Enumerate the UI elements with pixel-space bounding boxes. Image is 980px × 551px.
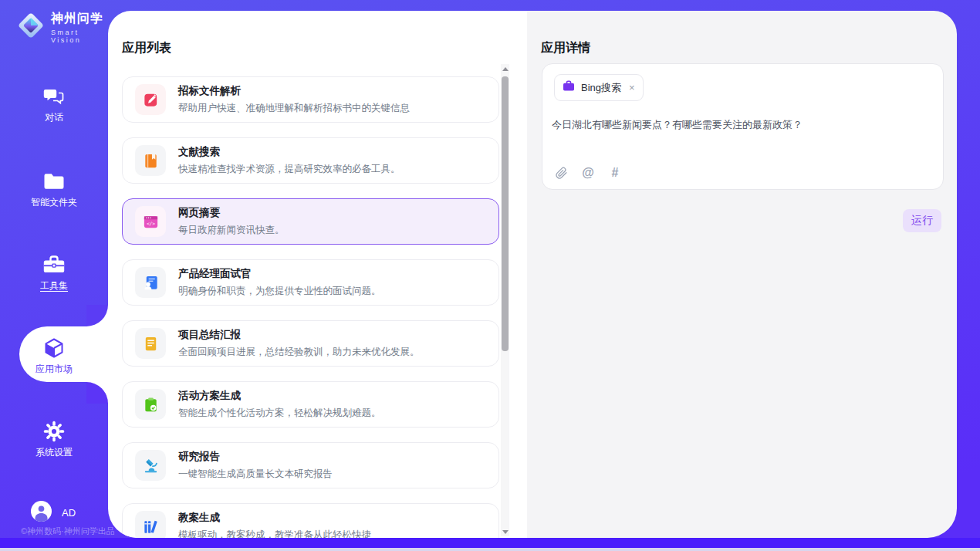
app-detail-title: 应用详情 [541, 40, 590, 56]
app-card-lesson-plan[interactable]: 教案生成 模板驱动，教案秒成，教学准备从此轻松快捷 [122, 503, 499, 538]
app-card-webpage-summary[interactable]: </> 网页摘要 每日政府新闻资讯快查。 [122, 198, 499, 245]
app-card-pm-interviewer[interactable]: 产品经理面试官 明确身份和职责，为您提供专业性的面试问题。 [122, 259, 499, 306]
app-name: 产品经理面试官 [178, 267, 381, 281]
tool-tag-label: Bing搜索 [581, 81, 621, 95]
app-name: 活动方案生成 [178, 389, 381, 403]
scroll-down-arrow-icon[interactable] [501, 527, 509, 536]
brand-subtitle: Smart Vision [51, 29, 108, 44]
app-description: 智能生成个性化活动方案，轻松解决规划难题。 [178, 407, 381, 420]
app-description: 明确身份和职责，为您提供专业性的面试问题。 [178, 285, 381, 298]
sidebar-item-label: 应用市场 [35, 363, 73, 376]
scrollbar-thumb[interactable] [502, 76, 509, 351]
app-description: 快速精准查找学术资源，提高研究效率的必备工具。 [178, 163, 400, 176]
brand-name: 神州问学 [51, 11, 108, 27]
run-button[interactable]: 运行 [903, 209, 941, 232]
sidebar-item-chat[interactable]: 对话 [0, 85, 108, 131]
edit-document-icon [135, 84, 166, 115]
user-name: AD [62, 507, 76, 519]
gear-icon [43, 420, 65, 443]
bottom-edge-line [0, 548, 980, 551]
close-icon[interactable]: × [629, 83, 635, 93]
interviewer-icon [135, 267, 166, 298]
app-card-event-plan[interactable]: 活动方案生成 智能生成个性化活动方案，轻松解决规划难题。 [122, 381, 499, 428]
app-name: 教案生成 [178, 511, 371, 525]
app-name: 网页摘要 [178, 206, 285, 220]
app-description: 帮助用户快速、准确地理解和解析招标书中的关键信息 [178, 102, 410, 115]
app-description: 全面回顾项目进展，总结经验教训，助力未来优化发展。 [178, 346, 420, 359]
sidebar-item-smart-folder[interactable]: 智能文件夹 [0, 170, 108, 216]
sidebar-item-label: 对话 [45, 111, 63, 124]
sidebar-item-label: 工具集 [40, 279, 68, 292]
avatar [31, 501, 52, 525]
diamond-logo-icon [15, 10, 46, 44]
scroll-up-arrow-icon[interactable] [501, 64, 509, 73]
app-description: 模板驱动，教案秒成，教学准备从此轻松快捷 [178, 529, 371, 538]
cube-icon [43, 336, 65, 360]
chat-icon [43, 85, 65, 108]
prompt-input-card[interactable]: Bing搜索 × 今日湖北有哪些新闻要点？有哪些需要关注的最新政策？ @ # [542, 63, 944, 190]
app-description: 每日政府新闻资讯快查。 [178, 224, 285, 237]
app-name: 研究报告 [178, 450, 333, 464]
report-document-icon [135, 328, 166, 359]
input-toolbar: @ # [553, 165, 623, 181]
app-card-project-summary[interactable]: 项目总结汇报 全面回顾项目进展，总结经验教训，助力未来优化发展。 [122, 320, 499, 367]
app-card-literature-search[interactable]: 文献搜索 快速精准查找学术资源，提高研究效率的必备工具。 [122, 137, 499, 184]
paperclip-icon[interactable] [553, 165, 569, 181]
sidebar-item-toolset[interactable]: 工具集 [0, 253, 108, 299]
svg-text:</>: </> [146, 220, 154, 225]
app-list: 招标文件解析 帮助用户快速、准确地理解和解析招标书中的关键信息 文献搜索 快速精… [122, 76, 499, 538]
brand-logo: 神州问学 Smart Vision [15, 10, 108, 44]
folder-icon [42, 170, 66, 193]
query-text[interactable]: 今日湖北有哪些新闻要点？有哪些需要关注的最新政策？ [552, 118, 934, 132]
sidebar-item-settings[interactable]: 系统设置 [0, 420, 108, 466]
toolbox-icon [42, 253, 66, 276]
app-list-title: 应用列表 [122, 40, 171, 56]
user-account[interactable]: AD [31, 501, 76, 525]
sidebar-item-app-market[interactable]: 应用市场 [0, 336, 108, 383]
copyright-text: ©神州数码·神州问学出品 [21, 526, 115, 537]
app-list-panel: 应用列表 招标文件解析 帮助用户快速、准确地理解和解析招标书中的关键信息 [108, 11, 527, 538]
briefcase-icon [563, 80, 575, 95]
sidebar-item-label: 系统设置 [35, 446, 73, 459]
at-icon[interactable]: @ [580, 165, 596, 181]
bottom-accent-strip [0, 538, 980, 548]
book-icon [135, 145, 166, 176]
app-card-research-report[interactable]: 研究报告 一键智能生成高质量长文本研究报告 [122, 442, 499, 488]
sidebar-item-label: 智能文件夹 [31, 196, 77, 209]
books-icon [135, 511, 166, 538]
app-list-scrollbar[interactable] [501, 64, 509, 536]
app-name: 文献搜索 [178, 145, 400, 159]
webpage-code-icon: </> [135, 206, 166, 237]
app-name: 项目总结汇报 [178, 328, 420, 342]
clipboard-check-icon [135, 389, 166, 420]
app-detail-panel: 应用详情 Bing搜索 × 今日湖北有哪些新闻要点？有哪些需要关注的最新政策？ … [527, 11, 957, 538]
app-description: 一键智能生成高质量长文本研究报告 [178, 468, 333, 481]
app-name: 招标文件解析 [178, 84, 410, 98]
hash-icon[interactable]: # [607, 165, 623, 181]
microscope-icon [135, 450, 166, 481]
sidebar: 神州问学 Smart Vision 对话 智能文件夹 [0, 0, 108, 548]
tool-tag-bing-search[interactable]: Bing搜索 × [554, 74, 644, 101]
app-card-bid-document-parse[interactable]: 招标文件解析 帮助用户快速、准确地理解和解析招标书中的关键信息 [122, 76, 499, 123]
